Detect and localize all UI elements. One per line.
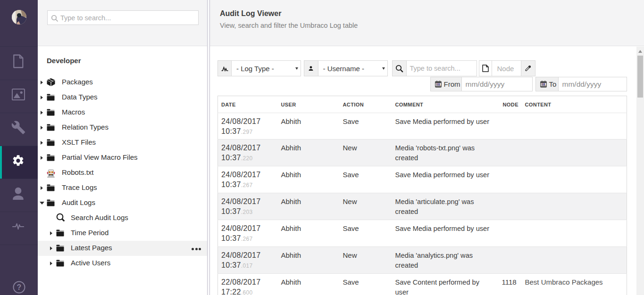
svg-text:?: ? bbox=[17, 283, 21, 291]
